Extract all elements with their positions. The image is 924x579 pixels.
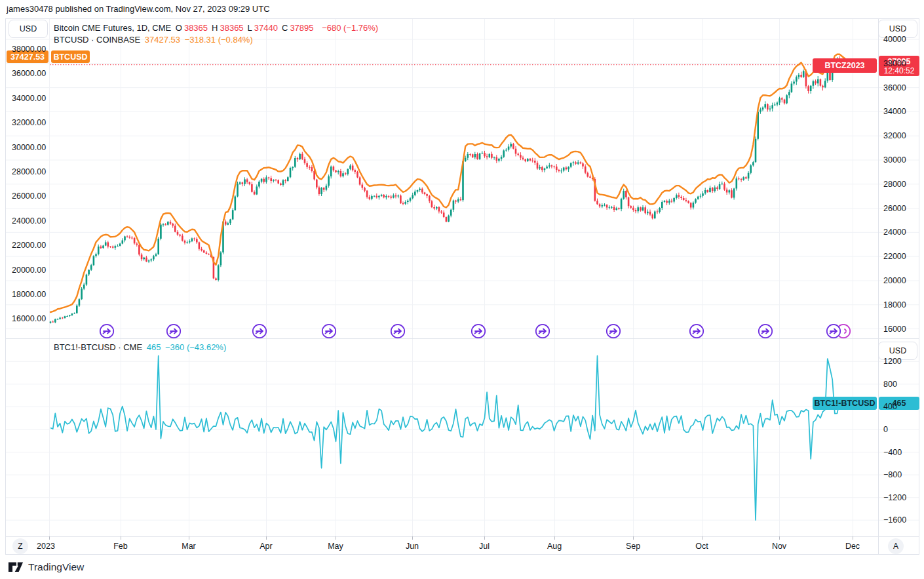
right-axis-tick: 24000 bbox=[883, 228, 906, 237]
time-axis-month[interactable]: Dec bbox=[845, 542, 860, 551]
pane2-axis-tick: 800 bbox=[883, 380, 897, 389]
right-axis-tick: 32000 bbox=[883, 131, 906, 140]
contract-rollover-icon[interactable] bbox=[759, 325, 772, 338]
pane2-axis-tick: −1200 bbox=[883, 493, 906, 502]
pane2-axis-tick: −1600 bbox=[883, 515, 906, 525]
left-axis-tick: 20000.00 bbox=[12, 266, 46, 275]
left-axis-tick: 26000.00 bbox=[12, 191, 46, 201]
right-axis-tick: 22000 bbox=[883, 252, 906, 261]
time-axis-month[interactable]: Jul bbox=[479, 542, 490, 551]
tradingview-published-chart: james30478 published on TradingView.com,… bbox=[0, 0, 924, 579]
right-axis-tick: 30000 bbox=[883, 155, 906, 165]
contract-rollover-icon[interactable] bbox=[536, 325, 549, 338]
left-axis-tick: 30000.00 bbox=[12, 143, 46, 152]
tradingview-attribution[interactable]: TradingView bbox=[8, 561, 84, 574]
right-axis-tick: 34000 bbox=[883, 107, 906, 116]
left-axis-tick: 38000.00 bbox=[12, 45, 46, 54]
right-axis-tick: 26000 bbox=[883, 204, 906, 213]
ohlc-item: L37440 bbox=[248, 23, 280, 33]
main-symbol-label: BTCZ2023 bbox=[813, 58, 877, 73]
left-axis-tick: 36000.00 bbox=[12, 69, 46, 78]
spread-series-legend[interactable]: BTC1!-BTCUSD · CME 465 −360 (−43.62%) bbox=[54, 342, 228, 352]
spread-series-change: −360 (−43.62%) bbox=[165, 342, 226, 352]
overlay-series-change: −318.31 (−0.84%) bbox=[185, 35, 253, 45]
overlay-series-title: BTCUSD · COINBASE bbox=[54, 35, 140, 45]
pane2-axis-tick: −800 bbox=[883, 470, 902, 479]
time-axis-month[interactable]: Aug bbox=[547, 542, 562, 551]
pane2-axis-tick: 400 bbox=[883, 402, 897, 411]
left-axis-tick: 18000.00 bbox=[12, 290, 46, 299]
pane2-axis-tick: 1200 bbox=[883, 357, 902, 366]
left-axis-tick: 32000.00 bbox=[12, 118, 46, 127]
time-axis-month[interactable]: Nov bbox=[772, 542, 786, 551]
right-axis-tick: 38000 bbox=[883, 59, 906, 68]
pane2-axis-tick: −400 bbox=[883, 448, 902, 457]
contract-rollover-icon[interactable] bbox=[391, 325, 404, 338]
time-axis-year: 2023 bbox=[37, 542, 55, 551]
contract-rollover-icon[interactable] bbox=[167, 325, 180, 338]
time-axis-month[interactable]: Feb bbox=[113, 542, 128, 551]
contract-rollover-icon[interactable] bbox=[472, 325, 485, 338]
right-axis-tick: 40000 bbox=[883, 35, 906, 44]
left-axis-tick: 24000.00 bbox=[12, 216, 46, 226]
contract-rollover-icon[interactable] bbox=[100, 325, 113, 338]
spread-series-title: BTC1!-BTCUSD · CME bbox=[54, 342, 142, 352]
chart-canvas[interactable] bbox=[0, 0, 924, 579]
left-axis-tick: 16000.00 bbox=[12, 314, 46, 323]
ohlc-item: H38365 bbox=[212, 23, 246, 33]
ohlc-values: O38365H38365L37440C37895 bbox=[176, 23, 318, 33]
contract-rollover-icon[interactable] bbox=[322, 325, 336, 338]
ohlc-item: O38365 bbox=[176, 23, 210, 33]
contract-rollover-icon[interactable] bbox=[607, 325, 620, 338]
time-axis-month[interactable]: Apr bbox=[260, 542, 272, 551]
left-axis-tick: 28000.00 bbox=[12, 167, 46, 176]
contract-rollover-icon[interactable] bbox=[827, 325, 840, 338]
timezone-button[interactable]: Z bbox=[12, 538, 28, 554]
right-axis-tick: 36000 bbox=[883, 83, 906, 92]
left-scale-currency-button[interactable]: USD bbox=[9, 20, 48, 38]
time-axis-month[interactable]: Oct bbox=[695, 542, 708, 551]
overlay-series-legend[interactable]: BTCUSD · COINBASE 37427.53 −318.31 (−0.8… bbox=[54, 35, 255, 45]
left-axis-tick: 34000.00 bbox=[12, 94, 46, 103]
main-series-title: Bitcoin CME Futures, 1D, CME bbox=[54, 23, 171, 33]
time-axis-month[interactable]: Jun bbox=[406, 542, 419, 551]
overlay-series-value: 37427.53 bbox=[145, 35, 180, 45]
spread-series-value: 465 bbox=[147, 342, 161, 352]
time-axis-month[interactable]: Sep bbox=[626, 542, 640, 551]
contract-rollover-icon[interactable] bbox=[253, 325, 266, 338]
contract-rollover-icon[interactable] bbox=[690, 325, 703, 338]
tradingview-brand-text: TradingView bbox=[28, 561, 84, 573]
main-series-change: −680 (−1.76%) bbox=[322, 23, 378, 33]
time-axis-month[interactable]: May bbox=[328, 542, 343, 551]
left-axis-tick: 22000.00 bbox=[12, 241, 46, 250]
right-axis-tick: 18000 bbox=[883, 300, 906, 309]
pane2-axis-tick: 0 bbox=[883, 425, 888, 434]
right-axis-tick: 28000 bbox=[883, 180, 906, 189]
spread-symbol-label: BTC1!-BTCUSD bbox=[813, 397, 877, 410]
time-axis-month[interactable]: Mar bbox=[182, 542, 196, 551]
ohlc-item: C37895 bbox=[282, 23, 316, 33]
overlay-symbol-label: BTCUSD bbox=[51, 50, 90, 63]
right-axis-tick: 16000 bbox=[883, 325, 906, 334]
main-series-legend[interactable]: Bitcoin CME Futures, 1D, CME O38365H3836… bbox=[54, 23, 380, 33]
tradingview-logo-icon bbox=[8, 561, 24, 574]
right-axis-tick: 20000 bbox=[883, 276, 906, 285]
adjust-data-button[interactable]: A bbox=[888, 538, 904, 554]
